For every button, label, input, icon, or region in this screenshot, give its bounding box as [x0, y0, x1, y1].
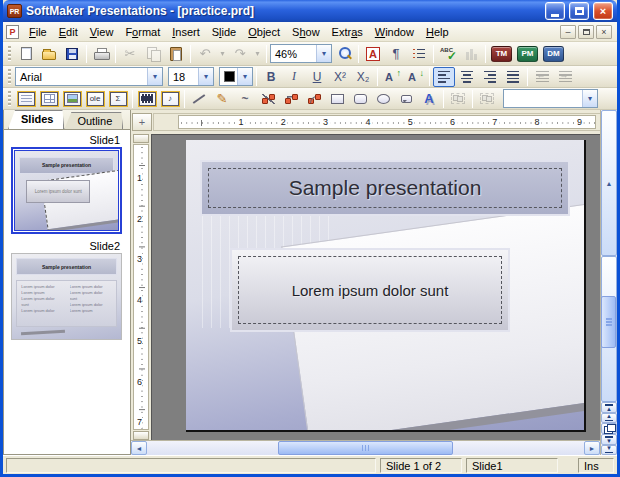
minimize-button[interactable]: [545, 2, 565, 20]
connector-elbow-button[interactable]: [280, 89, 302, 109]
curve-tool-button[interactable]: ~: [234, 89, 256, 109]
font-color-combo[interactable]: ▾: [219, 67, 253, 86]
paragraph-dialog-button[interactable]: ¶: [385, 44, 407, 64]
scroll-up-button[interactable]: ▲: [601, 110, 617, 256]
chevron-down-icon[interactable]: ▾: [237, 68, 252, 85]
chevron-down-icon[interactable]: ▾: [147, 68, 162, 85]
previous-slide-button[interactable]: ▲: [601, 413, 617, 424]
underline-button[interactable]: U: [306, 67, 328, 87]
font-combo[interactable]: Arial ▾: [15, 67, 163, 86]
horizontal-ruler[interactable]: 123456789: [153, 113, 600, 131]
connector-straight-button[interactable]: [257, 89, 279, 109]
character-dialog-button[interactable]: A: [362, 44, 384, 64]
slide-body-text[interactable]: Lorem ipsum dolor sunt: [292, 282, 449, 299]
text-frame-button[interactable]: [15, 89, 37, 109]
body-placeholder-frame[interactable]: Lorem ipsum dolor sunt: [230, 248, 510, 332]
print-button[interactable]: [90, 44, 112, 64]
open-button[interactable]: [38, 44, 60, 64]
mdi-minimize-button[interactable]: –: [560, 25, 576, 39]
freehand-tool-button[interactable]: ✎: [211, 89, 233, 109]
grow-font-button[interactable]: A↑: [381, 67, 403, 87]
ruler-corner-button[interactable]: +: [132, 113, 152, 131]
new-button[interactable]: [15, 44, 37, 64]
align-left-button[interactable]: [433, 67, 455, 87]
workspace[interactable]: Sample presentation Lorem ipsum dolor su…: [151, 134, 600, 440]
menu-insert[interactable]: Insert: [166, 24, 206, 40]
align-justify-button[interactable]: [502, 67, 524, 87]
scroll-left-button[interactable]: ◄: [131, 441, 147, 455]
vertical-ruler[interactable]: 1234567: [133, 144, 149, 430]
superscript-button[interactable]: X²: [329, 67, 351, 87]
close-button[interactable]: ×: [593, 2, 613, 20]
menu-edit[interactable]: Edit: [53, 24, 84, 40]
save-button[interactable]: [61, 44, 83, 64]
zoom-combo[interactable]: 46% ▾: [270, 44, 332, 63]
chevron-down-icon[interactable]: ▾: [582, 90, 597, 107]
textmaker-button[interactable]: TM: [489, 44, 514, 64]
connector-curved-button[interactable]: [303, 89, 325, 109]
menu-format[interactable]: Format: [119, 24, 166, 40]
object-list-combo[interactable]: ▾: [503, 89, 598, 108]
datamaker-button[interactable]: DM: [541, 44, 566, 64]
line-tool-button[interactable]: [188, 89, 210, 109]
next-slide-button[interactable]: ▼: [601, 434, 617, 445]
document-icon[interactable]: P: [6, 25, 19, 39]
bullets-numbering-button[interactable]: [408, 44, 430, 64]
font-size-combo[interactable]: 18 ▾: [168, 67, 214, 86]
vertical-scroll-thumb[interactable]: [601, 296, 616, 348]
media-frame-button[interactable]: [136, 89, 158, 109]
ole-frame-button[interactable]: ole: [84, 89, 106, 109]
zoom-tool-button[interactable]: [333, 44, 355, 64]
menu-extras[interactable]: Extras: [326, 24, 369, 40]
paste-button[interactable]: [165, 44, 187, 64]
chevron-down-icon[interactable]: ▾: [198, 68, 213, 85]
tab-slides[interactable]: Slides: [8, 110, 64, 129]
slide-title-text[interactable]: Sample presentation: [289, 176, 482, 200]
mdi-restore-button[interactable]: [578, 25, 594, 39]
slide2-thumbnail[interactable]: Sample presentation Lorem ipsum dolorLor…: [11, 253, 122, 340]
menu-window[interactable]: Window: [369, 24, 420, 40]
formula-frame-button[interactable]: Σ: [107, 89, 129, 109]
align-right-button[interactable]: [479, 67, 501, 87]
horizontal-scroll-track[interactable]: [147, 441, 584, 455]
rounded-rectangle-tool-button[interactable]: [349, 89, 371, 109]
shrink-font-button[interactable]: A↓: [404, 67, 426, 87]
menu-view[interactable]: View: [84, 24, 120, 40]
menu-slide[interactable]: Slide: [206, 24, 242, 40]
title-bar[interactable]: PR SoftMaker Presentations - [practice.p…: [3, 0, 617, 22]
slide1-thumbnail[interactable]: Sample presentation Lorem ipsum dolor su…: [11, 147, 122, 234]
italic-button[interactable]: I: [283, 67, 305, 87]
toolbar-grip[interactable]: [7, 46, 12, 62]
title-placeholder-frame[interactable]: Sample presentation: [200, 160, 570, 216]
mdi-close-button[interactable]: ×: [596, 25, 612, 39]
horizontal-scroll-thumb[interactable]: [278, 441, 453, 455]
toolbar-grip[interactable]: [7, 69, 12, 85]
first-slide-button[interactable]: ▲: [601, 402, 617, 413]
toolbar-grip[interactable]: [7, 91, 12, 107]
picture-frame-button[interactable]: [61, 89, 83, 109]
horizontal-ruler-scale[interactable]: 123456789: [178, 115, 596, 129]
menu-object[interactable]: Object: [242, 24, 286, 40]
tab-outline[interactable]: Outline: [64, 112, 123, 129]
ellipse-tool-button[interactable]: [372, 89, 394, 109]
slide-canvas[interactable]: Sample presentation Lorem ipsum dolor su…: [186, 140, 586, 432]
menu-file[interactable]: File: [23, 24, 53, 40]
status-insert-mode[interactable]: Ins: [578, 458, 614, 473]
autoshape-tool-button[interactable]: [395, 89, 417, 109]
spellcheck-button[interactable]: ABC ✓: [437, 44, 459, 64]
subscript-button[interactable]: X₂: [352, 67, 374, 87]
planmaker-button[interactable]: PM: [515, 44, 540, 64]
go-to-slide-button[interactable]: [601, 423, 617, 434]
rectangle-tool-button[interactable]: [326, 89, 348, 109]
maximize-button[interactable]: [569, 2, 589, 20]
table-frame-button[interactable]: [38, 89, 60, 109]
menu-help[interactable]: Help: [420, 24, 455, 40]
last-slide-button[interactable]: ▼: [601, 445, 617, 456]
bold-button[interactable]: B: [260, 67, 282, 87]
scroll-right-button[interactable]: ►: [584, 441, 600, 455]
align-center-button[interactable]: [456, 67, 478, 87]
sound-frame-button[interactable]: ♪: [159, 89, 181, 109]
chevron-down-icon[interactable]: ▾: [316, 45, 331, 62]
textart-tool-button[interactable]: A: [418, 89, 440, 109]
menu-show[interactable]: Show: [286, 24, 326, 40]
